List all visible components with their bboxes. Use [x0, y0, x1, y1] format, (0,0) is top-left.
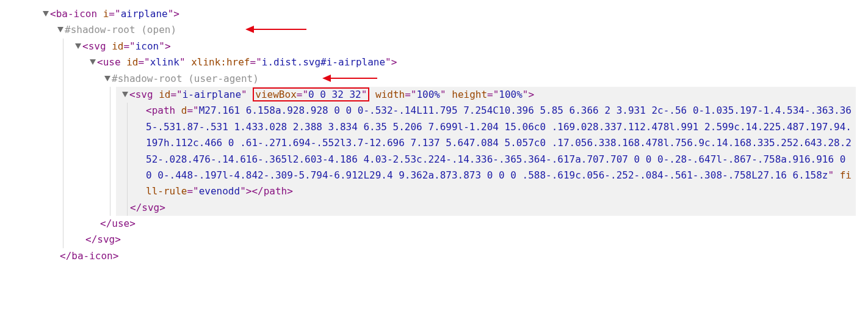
dom-node-ba-icon-close[interactable]: </ba-icon> [12, 248, 856, 264]
dom-shadow-root-user-agent[interactable]: #shadow-root (user-agent) [72, 71, 856, 87]
dom-node-svg-inner-open[interactable]: <svg id="i-airplane" viewBox="0 0 32 32"… [116, 87, 856, 103]
chevron-down-icon[interactable] [43, 11, 49, 17]
dom-node-path[interactable]: <path d="M27.161 6.158a.928.928 0 0 0-.5… [136, 103, 854, 199]
svg-marker-1 [245, 26, 254, 33]
chevron-down-icon[interactable] [90, 59, 96, 65]
chevron-down-icon[interactable] [104, 76, 110, 81]
dom-node-ba-icon-open[interactable]: <ba-icon i="airplane"> [12, 6, 856, 22]
annotation-highlight-viewbox: viewBox="0 0 32 32" [253, 87, 369, 101]
dom-node-svg-inner-close[interactable]: </svg> [130, 200, 856, 216]
dom-shadow-root-open[interactable]: #shadow-root (open) [12, 22, 856, 38]
dom-node-svg-outer-open[interactable]: <svg id="icon"> [72, 39, 856, 54]
annotation-arrow-icon [322, 73, 377, 83]
chevron-down-icon[interactable] [57, 27, 63, 32]
chevron-down-icon[interactable] [75, 43, 81, 49]
svg-marker-3 [322, 75, 331, 82]
dom-node-svg-outer-close[interactable]: </svg> [72, 232, 856, 248]
chevron-down-icon[interactable] [122, 92, 128, 97]
annotation-arrow-icon [245, 24, 306, 34]
dom-node-use-close[interactable]: </use> [72, 216, 856, 232]
dom-node-use-open[interactable]: <use id="xlink" xlink:href="i.dist.svg#i… [72, 54, 856, 70]
